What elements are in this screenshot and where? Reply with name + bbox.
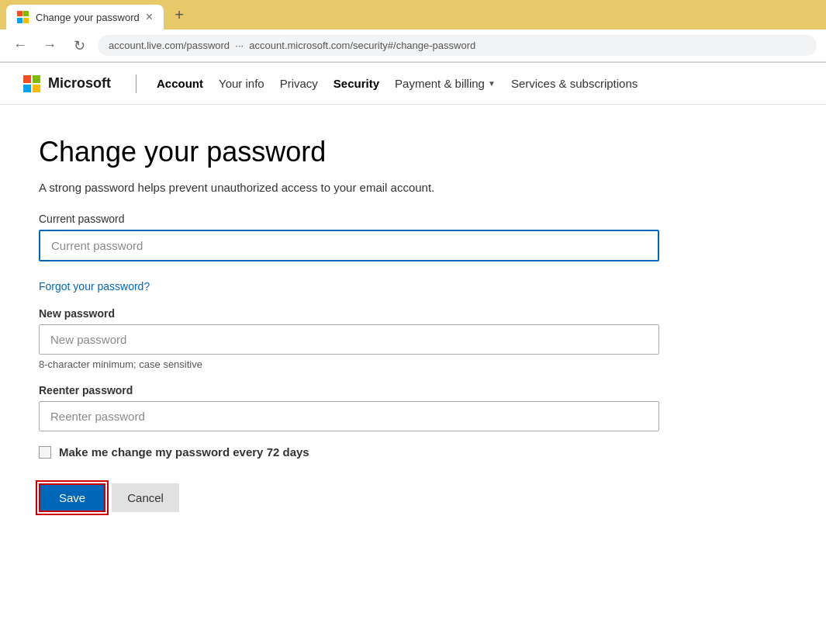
site-nav: Microsoft Account Your info Privacy Secu… [0, 63, 826, 105]
ms-logo-icon [23, 75, 40, 92]
new-password-hint: 8-character minimum; case sensitive [39, 358, 659, 370]
change-password-checkbox-row: Make me change my password every 72 days [39, 445, 659, 459]
reload-button[interactable]: ↻ [68, 35, 90, 57]
main-content: Change your password A strong password h… [0, 105, 698, 559]
tab-favicon [17, 11, 29, 23]
save-button[interactable]: Save [39, 483, 105, 512]
current-password-label: Current password [39, 213, 659, 225]
current-password-input[interactable] [39, 230, 659, 261]
tab-title: Change your password [36, 12, 140, 23]
new-password-label: New password [39, 307, 659, 320]
tab-bar: Change your password × + [0, 0, 826, 29]
cancel-button[interactable]: Cancel [112, 483, 179, 512]
tab-close-button[interactable]: × [146, 11, 153, 23]
new-password-input[interactable] [39, 324, 659, 355]
new-password-group: New password 8-character minimum; case s… [39, 307, 659, 370]
active-tab[interactable]: Change your password × [6, 5, 164, 29]
address-bar: ← → ↻ [0, 29, 826, 62]
forgot-password-link[interactable]: Forgot your password? [39, 280, 150, 293]
reenter-password-group: Reenter password [39, 384, 659, 431]
ms-logo-text: Microsoft [48, 75, 111, 92]
change-password-checkbox[interactable] [39, 446, 51, 459]
form-button-row: Save Cancel [39, 483, 659, 512]
nav-divider [136, 74, 137, 93]
reenter-password-input[interactable] [39, 401, 659, 431]
nav-privacy-link[interactable]: Privacy [272, 74, 326, 93]
nav-payment-billing-link[interactable]: Payment & billing ▼ [387, 74, 503, 93]
reenter-password-label: Reenter password [39, 384, 659, 396]
forward-button[interactable]: → [39, 35, 60, 57]
ms-logo: Microsoft [23, 75, 111, 92]
nav-account-link[interactable]: Account [149, 74, 211, 93]
new-tab-button[interactable]: + [167, 2, 192, 27]
change-password-checkbox-label: Make me change my password every 72 days [59, 445, 309, 459]
chevron-down-icon: ▼ [488, 79, 496, 88]
payment-billing-label: Payment & billing [395, 77, 485, 90]
current-password-group: Current password [39, 213, 659, 261]
nav-services-subscriptions-link[interactable]: Services & subscriptions [503, 74, 645, 93]
page-subtitle: A strong password helps prevent unauthor… [39, 181, 659, 194]
browser-chrome: Change your password × + ← → ↻ [0, 0, 826, 63]
back-button[interactable]: ← [9, 35, 31, 57]
nav-your-info-link[interactable]: Your info [211, 74, 272, 93]
page-title: Change your password [39, 136, 659, 168]
nav-security-link[interactable]: Security [326, 74, 387, 93]
address-input[interactable] [98, 35, 817, 56]
